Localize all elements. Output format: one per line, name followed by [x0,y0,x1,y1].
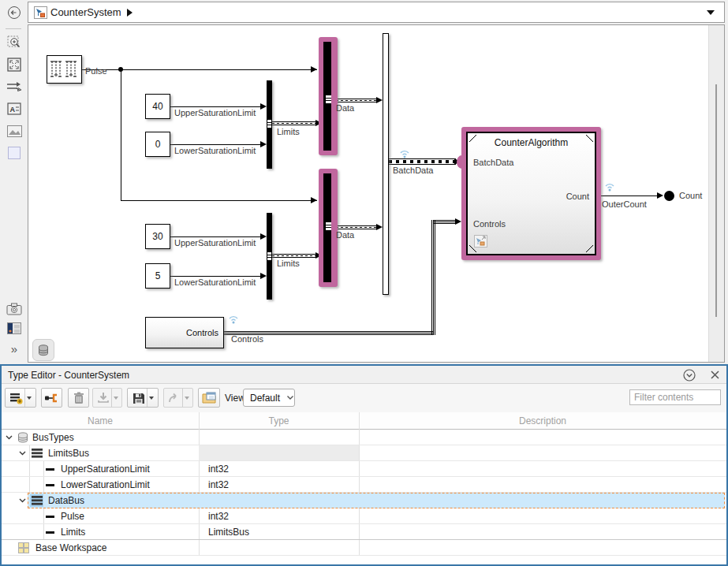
row-lowersaturationlimit[interactable]: LowerSaturationLimit int32 [2,477,726,493]
column-header-description[interactable]: Description [359,415,726,426]
wire-lower0[interactable] [170,144,262,145]
camera-icon[interactable] [6,301,22,317]
counter-algorithm-selection[interactable]: CounterAlgorithm BatchData Controls Coun… [461,127,601,260]
lower-limit-label-top[interactable]: LowerSaturationLimit [174,146,256,155]
back-icon[interactable] [6,5,22,20]
outercount-signal-label[interactable]: OuterCount [602,199,647,209]
row-name[interactable]: LimitsBus [48,448,89,459]
panel-titlebar[interactable]: Type Editor - CounterSystem [2,366,726,384]
limits-signal-label-top[interactable]: Limits [277,127,300,136]
panel-menu-icon[interactable] [683,369,696,382]
wire-limits-bottom[interactable] [272,254,317,258]
chevron-down-icon[interactable] [19,451,26,456]
row-limits[interactable]: Limits LimitsBus [2,524,726,540]
row-limitsbus[interactable]: LimitsBus [2,445,726,461]
row-type[interactable]: int32 [208,464,229,475]
logged-signal-icon[interactable] [603,180,617,192]
controls-block[interactable]: Controls [145,317,224,348]
row-name[interactable]: UpperSaturationLimit [61,464,150,475]
fit-to-view-icon[interactable] [6,57,22,73]
logged-signal-icon[interactable] [226,312,241,324]
scrollbar-thumb[interactable] [715,84,717,317]
row-databus-selected[interactable]: DataBus [2,493,726,508]
save-button[interactable] [127,388,159,408]
batchdata-signal-label[interactable]: BatchData [393,166,433,175]
wire-controls-vertical[interactable] [431,220,435,335]
expand-toolbar-icon[interactable]: » [6,341,22,356]
chevron-down-icon[interactable] [19,498,26,503]
viewport-icon[interactable] [6,145,22,161]
chevron-down-icon[interactable] [6,435,13,440]
wire-lower5[interactable] [170,276,262,277]
count-outport[interactable] [664,191,674,201]
controls-signal-label[interactable]: Controls [231,334,263,344]
view-select[interactable]: Default [243,389,295,407]
row-bustypes[interactable]: BusTypes [2,430,726,445]
wire-count[interactable] [601,195,659,196]
data-signal-label-bottom[interactable]: Data [336,230,354,240]
constant-5-block[interactable]: 5 [145,263,170,289]
count-port-label[interactable]: Count [679,191,702,200]
wire-controls-top[interactable] [433,220,455,224]
zoom-region-icon[interactable] [6,35,22,50]
pulse-signal-label[interactable]: Pulse [85,66,107,76]
row-name[interactable]: Pulse [61,511,84,522]
column-header-type[interactable]: Type [199,415,359,426]
upper-limit-label-bottom[interactable]: UpperSaturationLimit [174,238,256,248]
breadcrumb-dropdown-icon[interactable] [707,10,715,15]
row-pulse[interactable]: Pulse int32 [2,508,726,524]
canvas-scrollbar[interactable] [708,25,725,362]
data-dictionary-badge[interactable] [32,339,54,361]
subsystem-badge-icon[interactable] [474,235,487,248]
breadcrumb-model-name[interactable]: CounterSystem [50,6,121,18]
wire-pulse-branch-v[interactable] [121,69,121,200]
upper-limit-label-top[interactable]: UpperSaturationLimit [174,108,256,117]
image-icon[interactable] [6,123,22,139]
row-name[interactable]: Base Workspace [35,542,107,553]
add-bus-button[interactable] [5,388,36,408]
logged-signal-icon[interactable] [398,147,412,158]
model-data-editor-icon[interactable] [6,320,22,336]
import-button[interactable] [92,388,122,408]
row-type[interactable]: int32 [208,479,229,490]
wire-pulse-branch-h[interactable] [121,200,317,201]
limits-signal-label-bottom[interactable]: Limits [277,259,300,268]
wire-upper30[interactable] [170,236,262,237]
column-header-name[interactable]: Name [2,415,199,426]
diagram-canvas[interactable]: Pulse 40 UpperSaturationLimit 0 LowerSat… [28,24,725,363]
wire-upper40[interactable] [170,106,262,107]
wire-data-bottom[interactable] [331,225,376,229]
bus-creator-data-bottom-selected[interactable] [319,169,338,287]
row-base-workspace[interactable]: Base Workspace [2,540,726,556]
open-in-window-button[interactable] [198,388,220,408]
wire-pulse[interactable] [82,69,317,70]
row-uppersaturationlimit[interactable]: UpperSaturationLimit int32 [2,461,726,477]
filter-contents-input[interactable] [629,389,721,405]
constant-30-block[interactable]: 30 [145,224,170,249]
lower-limit-label-bottom[interactable]: LowerSaturationLimit [174,277,256,287]
counter-algorithm-block[interactable]: CounterAlgorithm BatchData Controls Coun… [466,132,596,255]
bus-creator-data-top-selected[interactable] [319,37,338,155]
row-name[interactable]: DataBus [48,495,84,506]
wire-batchdata[interactable] [389,158,456,165]
add-element-button[interactable] [41,388,62,408]
dropdown-caret-icon[interactable] [27,397,32,400]
pulse-source-block[interactable] [47,55,82,84]
share-button[interactable] [163,388,193,408]
delete-button[interactable] [68,388,89,408]
panel-close-icon[interactable] [710,370,720,380]
dropdown-caret-icon[interactable] [149,397,154,400]
constant-40-block[interactable]: 40 [145,94,170,119]
breadcrumb-arrow-icon[interactable] [127,9,133,17]
data-signal-label-top[interactable]: Data [336,103,354,113]
constant-0-block[interactable]: 0 [145,132,170,157]
signal-arrows-icon[interactable] [6,79,22,95]
wire-limits-top[interactable] [272,121,317,125]
row-name[interactable]: BusTypes [32,432,74,443]
row-name[interactable]: LowerSaturationLimit [61,479,150,490]
vector-concatenate-block[interactable] [383,33,389,295]
row-type[interactable]: int32 [208,511,229,522]
wire-data-top[interactable] [331,99,376,102]
row-type[interactable]: LimitsBus [208,527,249,538]
annotation-icon[interactable]: A [6,101,22,117]
